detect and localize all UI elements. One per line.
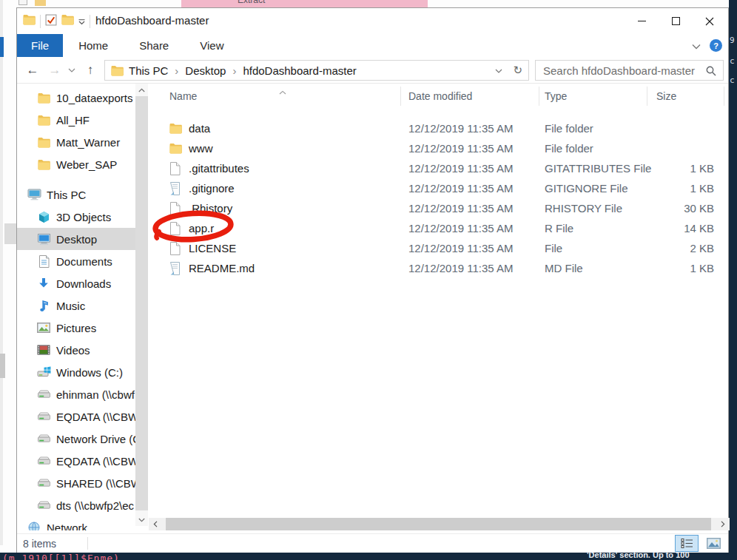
- main-area: 10_dataexportsAll_HFMatt_WarnerWeber_SAP…: [17, 84, 728, 530]
- breadcrumb-item[interactable]: hfdoDashboard-master: [243, 64, 356, 77]
- address-dropdown-chevron-icon[interactable]: [495, 64, 502, 77]
- sidebar-item-10-dataexports[interactable]: 10_dataexports: [17, 87, 135, 109]
- minimize-button[interactable]: [625, 8, 659, 34]
- scroll-up-icon[interactable]: [135, 84, 148, 96]
- folder-icon: [36, 92, 51, 104]
- drivewin-icon: [36, 366, 51, 378]
- tooltip-text: 'Details' section. Up to 100: [587, 550, 690, 559]
- sort-ascending-icon[interactable]: [279, 84, 286, 98]
- sidebar-item-this-pc[interactable]: This PC: [17, 183, 135, 206]
- file-name: .gitattributes: [189, 162, 249, 175]
- drivenet-icon: [36, 434, 51, 444]
- sidebar-item-network[interactable]: Network: [17, 516, 135, 530]
- sidebar-item-eqdata-cbw[interactable]: EQDATA (\\CBW: [17, 450, 135, 472]
- sidebar-item-windows-c[interactable]: Windows (C:): [17, 361, 135, 383]
- sidebar-item-documents[interactable]: Documents: [17, 250, 135, 272]
- background-window-fragment: [4, 223, 16, 244]
- sidebar-item-label: Windows (C:): [56, 366, 123, 379]
- sidebar-item-shared-cbw[interactable]: SHARED (\\CBW: [17, 472, 135, 494]
- background-extract-button: Extract: [181, 0, 428, 7]
- screen: Extract 9cc (m_1910[[1]]$Fnme) . 'Detail…: [0, 0, 737, 560]
- breadcrumb-item[interactable]: This PC: [129, 64, 168, 77]
- column-header-type[interactable]: Type: [545, 90, 567, 102]
- sidebar-item-label: EQDATA (\\CBW: [56, 455, 135, 468]
- navigation-toolbar: ← → ↑ This PC›Desktop›hfdoDashboard-mast…: [17, 57, 728, 84]
- scrollbar-thumb[interactable]: [166, 518, 711, 530]
- scrollbar-thumb[interactable]: [135, 96, 148, 510]
- view-toggle-buttons: [675, 535, 725, 552]
- scroll-down-icon[interactable]: [135, 513, 148, 526]
- tab-view[interactable]: View: [184, 34, 239, 57]
- tab-file[interactable]: File: [17, 34, 63, 57]
- navigation-pane: 10_dataexportsAll_HFMatt_WarnerWeber_SAP…: [17, 84, 149, 530]
- sidebar-item-weber-sap[interactable]: Weber_SAP: [17, 153, 135, 175]
- up-button[interactable]: ↑: [81, 61, 100, 80]
- file-date: 12/12/2019 11:35 AM: [408, 242, 545, 254]
- sidebar-item-matt-warner[interactable]: Matt_Warner: [17, 131, 135, 153]
- sidebar-item-ehinman-cbwf[interactable]: ehinman (\\cbwf: [17, 383, 135, 405]
- search-input[interactable]: [543, 62, 699, 78]
- sidebar-item-dts-cbwfp2-ec[interactable]: dts (\\cbwfp2\ec: [17, 494, 135, 516]
- thumbnails-view-button[interactable]: [701, 535, 725, 552]
- recent-locations-chevron-icon[interactable]: [64, 61, 79, 80]
- column-divider[interactable]: [539, 87, 539, 106]
- divider: [90, 15, 90, 28]
- globe-icon: [27, 522, 41, 530]
- sidebar-item-desktop[interactable]: Desktop: [17, 228, 135, 250]
- title-bar[interactable]: hfdoDashboard-master: [17, 8, 728, 34]
- tab-share[interactable]: Share: [124, 34, 184, 57]
- search-box[interactable]: [535, 60, 724, 81]
- qat-newfolder-icon[interactable]: [61, 14, 74, 28]
- videos-icon: [36, 345, 51, 355]
- drivenet-icon: [36, 389, 51, 399]
- breadcrumb-item[interactable]: Desktop: [185, 64, 226, 77]
- scroll-left-icon[interactable]: [149, 518, 162, 530]
- help-icon[interactable]: ?: [710, 39, 722, 52]
- file-row-gitattributes[interactable]: .gitattributes12/12/2019 11:35 AMGITATTR…: [149, 158, 730, 178]
- address-folder-icon: [111, 65, 124, 76]
- column-divider[interactable]: [647, 87, 647, 106]
- scroll-right-icon[interactable]: [716, 518, 730, 530]
- address-bar[interactable]: This PC›Desktop›hfdoDashboard-master ↻: [104, 60, 529, 81]
- sidebar-item-downloads[interactable]: Downloads: [17, 272, 135, 294]
- file-icon: [169, 182, 182, 195]
- column-divider[interactable]: [400, 87, 401, 106]
- close-button[interactable]: [693, 8, 727, 34]
- ribbon-right: ?: [692, 34, 722, 57]
- sidebar-scrollbar[interactable]: [135, 84, 148, 526]
- back-button[interactable]: ←: [23, 61, 42, 80]
- ribbon: FileHomeShareView ?: [17, 34, 728, 57]
- qat-properties-icon[interactable]: [45, 14, 57, 29]
- expand-ribbon-chevron-icon[interactable]: [692, 39, 701, 53]
- sidebar-item-label: Documents: [56, 255, 112, 268]
- forward-button[interactable]: →: [45, 61, 64, 80]
- column-header-name[interactable]: Name: [169, 90, 197, 102]
- sidebar-item-videos[interactable]: Videos: [17, 339, 135, 361]
- file-row-data[interactable]: data12/12/2019 11:35 AMFile folder: [149, 118, 730, 138]
- column-header-size[interactable]: Size: [656, 90, 676, 102]
- sidebar-item-pictures[interactable]: Pictures: [17, 317, 135, 339]
- file-row-readme-md[interactable]: README.md12/12/2019 11:35 AMMD File1 KB: [149, 258, 730, 278]
- documents-icon: [36, 255, 51, 268]
- sidebar-item-all-hf[interactable]: All_HF: [17, 109, 135, 131]
- extract-label: Extract: [238, 0, 265, 5]
- sidebar-item-eqdata-cbw[interactable]: EQDATA (\\CBW: [17, 405, 135, 428]
- horizontal-scrollbar[interactable]: [149, 518, 730, 530]
- file-row-gitignore[interactable]: .gitignore12/12/2019 11:35 AMGITIGNORE F…: [149, 178, 730, 198]
- qat-customize-chevron-icon[interactable]: [78, 15, 85, 28]
- file-row-www[interactable]: www12/12/2019 11:35 AMFile folder: [149, 138, 730, 158]
- refresh-icon[interactable]: ↻: [513, 64, 522, 77]
- details-view-button[interactable]: [675, 535, 699, 552]
- tab-home[interactable]: Home: [63, 34, 124, 57]
- search-icon[interactable]: [706, 66, 716, 79]
- sidebar-item-music[interactable]: Music: [17, 294, 135, 317]
- column-header-date[interactable]: Date modified: [408, 90, 472, 102]
- sidebar-item-label: SHARED (\\CBW: [56, 477, 135, 490]
- sidebar-item-label: Downloads: [56, 277, 111, 290]
- sidebar-item-3d-objects[interactable]: 3D Objects: [17, 206, 135, 228]
- maximize-button[interactable]: [659, 8, 693, 34]
- sidebar-item-network-drive-c[interactable]: Network Drive (C: [17, 428, 135, 450]
- file-size: 1 KB: [656, 262, 730, 274]
- column-divider[interactable]: [724, 87, 724, 106]
- drivenet-icon: [36, 478, 51, 488]
